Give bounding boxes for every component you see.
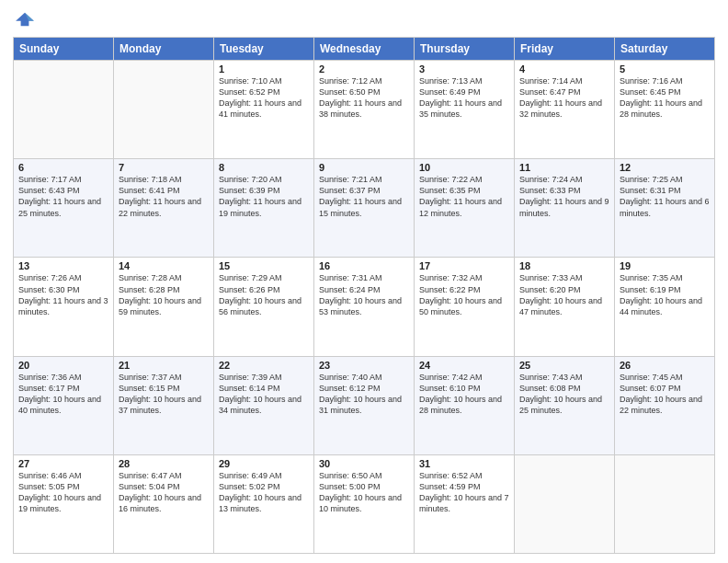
calendar-cell: 9Sunrise: 7:21 AM Sunset: 6:37 PM Daylig…	[314, 159, 415, 258]
day-number: 18	[519, 260, 609, 271]
calendar-cell: 17Sunrise: 7:32 AM Sunset: 6:22 PM Dayli…	[415, 258, 515, 356]
day-number: 27	[18, 458, 108, 469]
day-number: 5	[620, 63, 710, 75]
header	[13, 9, 715, 33]
logo-icon	[15, 9, 35, 29]
day-info: Sunrise: 7:39 AM Sunset: 6:14 PM Dayligh…	[219, 372, 309, 417]
page: SundayMondayTuesdayWednesdayThursdayFrid…	[0, 0, 728, 563]
calendar-cell: 24Sunrise: 7:42 AM Sunset: 6:10 PM Dayli…	[415, 356, 515, 454]
day-number: 10	[419, 162, 509, 173]
day-number: 23	[319, 360, 409, 371]
calendar-cell: 26Sunrise: 7:45 AM Sunset: 6:07 PM Dayli…	[615, 356, 715, 454]
day-info: Sunrise: 7:28 AM Sunset: 6:28 PM Dayligh…	[119, 272, 209, 317]
day-info: Sunrise: 7:20 AM Sunset: 6:39 PM Dayligh…	[219, 174, 309, 219]
calendar-cell: 6Sunrise: 7:17 AM Sunset: 6:43 PM Daylig…	[14, 159, 114, 258]
day-number: 14	[119, 260, 209, 271]
day-number: 15	[219, 260, 309, 271]
calendar-cell: 30Sunrise: 6:50 AM Sunset: 5:00 PM Dayli…	[314, 454, 415, 553]
day-header-wednesday: Wednesday	[314, 38, 415, 61]
calendar-cell: 21Sunrise: 7:37 AM Sunset: 6:15 PM Dayli…	[114, 356, 214, 454]
day-info: Sunrise: 7:13 AM Sunset: 6:49 PM Dayligh…	[419, 75, 509, 121]
calendar-cell: 28Sunrise: 6:47 AM Sunset: 5:04 PM Dayli…	[114, 454, 214, 553]
day-info: Sunrise: 6:49 AM Sunset: 5:02 PM Dayligh…	[219, 470, 309, 515]
day-header-sunday: Sunday	[14, 38, 114, 61]
day-number: 9	[319, 162, 409, 173]
day-number: 31	[419, 458, 509, 469]
day-info: Sunrise: 7:35 AM Sunset: 6:19 PM Dayligh…	[620, 272, 710, 317]
day-number: 21	[119, 360, 209, 371]
calendar-cell: 27Sunrise: 6:46 AM Sunset: 5:05 PM Dayli…	[14, 454, 114, 553]
day-info: Sunrise: 6:46 AM Sunset: 5:05 PM Dayligh…	[18, 470, 108, 515]
calendar-cell: 15Sunrise: 7:29 AM Sunset: 6:26 PM Dayli…	[214, 258, 314, 356]
calendar-cell: 11Sunrise: 7:24 AM Sunset: 6:33 PM Dayli…	[515, 159, 615, 258]
day-number: 22	[219, 360, 309, 371]
day-info: Sunrise: 7:42 AM Sunset: 6:10 PM Dayligh…	[419, 372, 509, 417]
calendar-cell: 18Sunrise: 7:33 AM Sunset: 6:20 PM Dayli…	[515, 258, 615, 356]
day-info: Sunrise: 7:17 AM Sunset: 6:43 PM Dayligh…	[18, 174, 108, 219]
day-info: Sunrise: 7:22 AM Sunset: 6:35 PM Dayligh…	[419, 174, 509, 219]
calendar-cell: 8Sunrise: 7:20 AM Sunset: 6:39 PM Daylig…	[214, 159, 314, 258]
day-info: Sunrise: 7:26 AM Sunset: 6:30 PM Dayligh…	[18, 272, 108, 317]
day-info: Sunrise: 7:40 AM Sunset: 6:12 PM Dayligh…	[319, 372, 409, 417]
calendar-cell: 1Sunrise: 7:10 AM Sunset: 6:52 PM Daylig…	[214, 61, 314, 159]
calendar-cell	[14, 61, 114, 159]
day-info: Sunrise: 7:25 AM Sunset: 6:31 PM Dayligh…	[620, 174, 710, 219]
day-header-tuesday: Tuesday	[214, 38, 314, 61]
day-number: 29	[219, 458, 309, 469]
day-number: 6	[18, 162, 108, 173]
day-info: Sunrise: 6:52 AM Sunset: 4:59 PM Dayligh…	[419, 470, 509, 515]
day-info: Sunrise: 7:10 AM Sunset: 6:52 PM Dayligh…	[219, 75, 309, 121]
day-info: Sunrise: 7:31 AM Sunset: 6:24 PM Dayligh…	[319, 272, 409, 317]
calendar-cell: 14Sunrise: 7:28 AM Sunset: 6:28 PM Dayli…	[114, 258, 214, 356]
day-number: 28	[119, 458, 209, 469]
calendar-cell: 13Sunrise: 7:26 AM Sunset: 6:30 PM Dayli…	[14, 258, 114, 356]
day-number: 13	[18, 260, 108, 271]
day-header-monday: Monday	[114, 38, 214, 61]
calendar-cell: 31Sunrise: 6:52 AM Sunset: 4:59 PM Dayli…	[415, 454, 515, 553]
day-header-friday: Friday	[515, 38, 615, 61]
day-info: Sunrise: 7:29 AM Sunset: 6:26 PM Dayligh…	[219, 272, 309, 317]
day-info: Sunrise: 7:43 AM Sunset: 6:08 PM Dayligh…	[519, 372, 609, 417]
day-number: 20	[18, 360, 108, 371]
day-number: 25	[519, 360, 609, 371]
calendar-cell	[515, 454, 615, 553]
day-info: Sunrise: 7:36 AM Sunset: 6:17 PM Dayligh…	[18, 372, 108, 417]
day-header-saturday: Saturday	[615, 38, 715, 61]
day-info: Sunrise: 7:33 AM Sunset: 6:20 PM Dayligh…	[519, 272, 609, 317]
calendar-cell: 29Sunrise: 6:49 AM Sunset: 5:02 PM Dayli…	[214, 454, 314, 553]
calendar-cell: 20Sunrise: 7:36 AM Sunset: 6:17 PM Dayli…	[14, 356, 114, 454]
day-info: Sunrise: 6:47 AM Sunset: 5:04 PM Dayligh…	[119, 470, 209, 515]
day-number: 24	[419, 360, 509, 371]
calendar-cell	[615, 454, 715, 553]
day-info: Sunrise: 7:18 AM Sunset: 6:41 PM Dayligh…	[119, 174, 209, 219]
day-number: 16	[319, 260, 409, 271]
day-number: 30	[319, 458, 409, 469]
calendar-cell: 2Sunrise: 7:12 AM Sunset: 6:50 PM Daylig…	[314, 61, 415, 159]
day-info: Sunrise: 7:37 AM Sunset: 6:15 PM Dayligh…	[119, 372, 209, 417]
day-number: 4	[519, 63, 609, 75]
calendar-cell: 22Sunrise: 7:39 AM Sunset: 6:14 PM Dayli…	[214, 356, 314, 454]
day-info: Sunrise: 7:32 AM Sunset: 6:22 PM Dayligh…	[419, 272, 509, 317]
day-info: Sunrise: 7:21 AM Sunset: 6:37 PM Dayligh…	[319, 174, 409, 219]
day-info: Sunrise: 7:24 AM Sunset: 6:33 PM Dayligh…	[519, 174, 609, 219]
day-info: Sunrise: 7:45 AM Sunset: 6:07 PM Dayligh…	[620, 372, 710, 417]
calendar-cell: 23Sunrise: 7:40 AM Sunset: 6:12 PM Dayli…	[314, 356, 415, 454]
calendar-cell: 25Sunrise: 7:43 AM Sunset: 6:08 PM Dayli…	[515, 356, 615, 454]
calendar-cell: 3Sunrise: 7:13 AM Sunset: 6:49 PM Daylig…	[415, 61, 515, 159]
calendar-cell: 4Sunrise: 7:14 AM Sunset: 6:47 PM Daylig…	[515, 61, 615, 159]
day-number: 11	[519, 162, 609, 173]
calendar-cell: 10Sunrise: 7:22 AM Sunset: 6:35 PM Dayli…	[415, 159, 515, 258]
calendar-cell: 16Sunrise: 7:31 AM Sunset: 6:24 PM Dayli…	[314, 258, 415, 356]
calendar-cell: 19Sunrise: 7:35 AM Sunset: 6:19 PM Dayli…	[615, 258, 715, 356]
calendar-cell: 7Sunrise: 7:18 AM Sunset: 6:41 PM Daylig…	[114, 159, 214, 258]
day-number: 3	[419, 63, 509, 75]
calendar-cell	[114, 61, 214, 159]
day-number: 26	[620, 360, 710, 371]
day-number: 17	[419, 260, 509, 271]
day-number: 2	[319, 63, 409, 75]
day-number: 12	[620, 162, 710, 173]
day-number: 8	[219, 162, 309, 173]
day-header-thursday: Thursday	[415, 38, 515, 61]
calendar-table: SundayMondayTuesdayWednesdayThursdayFrid…	[13, 37, 715, 554]
day-info: Sunrise: 7:14 AM Sunset: 6:47 PM Dayligh…	[519, 75, 609, 121]
